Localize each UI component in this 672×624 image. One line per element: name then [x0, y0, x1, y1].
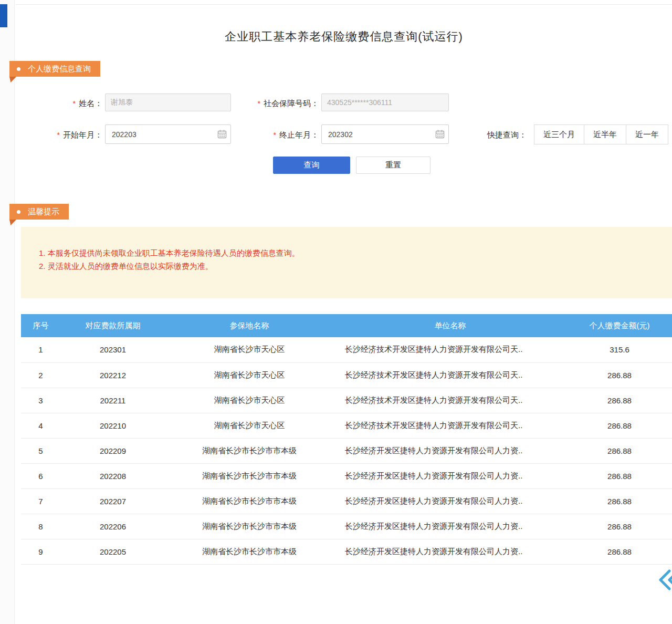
section-badge-tips-label: 温馨提示 — [28, 207, 59, 217]
header-employer: 单位名称 — [333, 314, 567, 337]
cell-region: 湖南省长沙市天心区 — [165, 413, 333, 438]
cell-employer: 长沙经济技术开发区捷特人力资源开发有限公司天.. — [333, 362, 567, 388]
calendar-icon[interactable] — [435, 129, 445, 139]
name-label: *姓名： — [42, 99, 102, 109]
header-period: 对应费款所属期 — [60, 314, 165, 337]
table-row: 1 202301 湖南省长沙市天心区 长沙经济技术开发区捷特人力资源开发有限公司… — [21, 337, 672, 362]
cell-period: 202208 — [60, 463, 165, 488]
quick-option-1-year[interactable]: 近一年 — [626, 124, 668, 144]
cell-period: 202301 — [60, 337, 165, 362]
table-row: 3 202211 湖南省长沙市天心区 长沙经济技术开发区捷特人力资源开发有限公司… — [21, 388, 672, 413]
cell-region: 湖南省长沙市长沙市市本级 — [165, 463, 333, 488]
cell-index: 4 — [21, 413, 60, 438]
required-asterisk: * — [57, 131, 60, 139]
sidebar-blue-tab — [0, 4, 7, 27]
cell-amount: 286.88 — [567, 362, 672, 388]
cell-period: 202210 — [60, 413, 165, 438]
header-amount: 个人缴费金额(元) — [567, 314, 672, 337]
cell-amount: 286.88 — [567, 514, 672, 539]
cell-amount: 286.88 — [567, 539, 672, 564]
end-month-picker — [321, 124, 449, 144]
header-region: 参保地名称 — [165, 314, 333, 337]
cell-employer: 长沙经济开发区捷特人力资源开发有限公司人力资.. — [333, 514, 567, 539]
start-month-label: *开始年月： — [37, 130, 102, 140]
cell-index: 7 — [21, 488, 60, 514]
cell-employer: 长沙经济技术开发区捷特人力资源开发有限公司天.. — [333, 388, 567, 413]
cell-index: 5 — [21, 438, 60, 463]
calendar-icon[interactable] — [217, 129, 227, 139]
cell-region: 湖南省长沙市天心区 — [165, 388, 333, 413]
cell-period: 202207 — [60, 488, 165, 514]
cell-period: 202206 — [60, 514, 165, 539]
table-body: 1 202301 湖南省长沙市天心区 长沙经济技术开发区捷特人力资源开发有限公司… — [21, 337, 672, 564]
payment-table: 序号 对应费款所属期 参保地名称 单位名称 个人缴费金额(元) 1 202301… — [21, 314, 672, 565]
cell-employer: 长沙经济开发区捷特人力资源开发有限公司人力资.. — [333, 488, 567, 514]
table-row: 8 202206 湖南省长沙市长沙市市本级 长沙经济开发区捷特人力资源开发有限公… — [21, 514, 672, 539]
cell-period: 202212 — [60, 362, 165, 388]
section-badge-tips: 温馨提示 — [9, 204, 69, 220]
section-badge-query-label: 个人缴费信息查询 — [28, 64, 91, 74]
required-asterisk: * — [258, 99, 260, 108]
cell-index: 8 — [21, 514, 60, 539]
table-header: 序号 对应费款所属期 参保地名称 单位名称 个人缴费金额(元) — [21, 314, 672, 337]
name-field — [105, 93, 231, 111]
cell-index: 6 — [21, 463, 60, 488]
reset-button[interactable]: 重置 — [356, 157, 430, 174]
cell-employer: 长沙经济技术开发区捷特人力资源开发有限公司天.. — [333, 413, 567, 438]
cell-index: 3 — [21, 388, 60, 413]
left-gutter — [0, 0, 15, 624]
cell-employer: 长沙经济开发区捷特人力资源开发有限公司人力资.. — [333, 539, 567, 564]
cell-region: 湖南省长沙市长沙市市本级 — [165, 438, 333, 463]
cell-index: 1 — [21, 337, 60, 362]
table-row: 7 202207 湖南省长沙市长沙市市本级 长沙经济开发区捷特人力资源开发有限公… — [21, 488, 672, 514]
cell-employer: 长沙经济开发区捷特人力资源开发有限公司人力资.. — [333, 463, 567, 488]
end-month-label: *终止年月： — [253, 130, 319, 140]
quick-option-3-months[interactable]: 近三个月 — [534, 124, 584, 144]
quick-option-half-year[interactable]: 近半年 — [584, 124, 626, 144]
cell-region: 湖南省长沙市长沙市市本级 — [165, 488, 333, 514]
required-asterisk: * — [274, 131, 276, 139]
section-badge-query: 个人缴费信息查询 — [9, 61, 100, 77]
collapse-double-chevron-left-icon[interactable] — [658, 568, 672, 591]
cell-period: 202205 — [60, 539, 165, 564]
page-title: 企业职工基本养老保险缴费信息查询(试运行) — [16, 29, 672, 45]
cell-amount: 286.88 — [567, 413, 672, 438]
cell-index: 9 — [21, 539, 60, 564]
badge-dot-icon — [17, 67, 20, 71]
cell-employer: 长沙经济技术开发区捷特人力资源开发有限公司天.. — [333, 337, 567, 362]
table-row: 4 202210 湖南省长沙市天心区 长沙经济技术开发区捷特人力资源开发有限公司… — [21, 413, 672, 438]
cell-region: 湖南省长沙市天心区 — [165, 337, 333, 362]
cell-amount: 286.88 — [567, 388, 672, 413]
start-month-input[interactable] — [105, 124, 231, 144]
cell-amount: 286.88 — [567, 488, 672, 514]
required-asterisk: * — [73, 99, 76, 108]
cell-region: 湖南省长沙市天心区 — [165, 362, 333, 388]
cell-amount: 286.88 — [567, 438, 672, 463]
table-row: 6 202208 湖南省长沙市长沙市市本级 长沙经济开发区捷特人力资源开发有限公… — [21, 463, 672, 488]
tip-line: 1. 本服务仅提供尚未领取企业职工基本养老保险待遇人员的缴费信息查询。 — [39, 246, 659, 259]
start-month-picker — [105, 124, 231, 144]
cell-region: 湖南省长沙市长沙市市本级 — [165, 514, 333, 539]
cell-amount: 286.88 — [567, 463, 672, 488]
badge-dot-icon — [17, 210, 20, 214]
cell-period: 202209 — [60, 438, 165, 463]
quick-query-label: 快捷查询： — [487, 130, 530, 140]
table-row: 5 202209 湖南省长沙市长沙市市本级 长沙经济开发区捷特人力资源开发有限公… — [21, 438, 672, 463]
ssn-field — [321, 93, 449, 111]
quick-query-group: 近三个月 近半年 近一年 — [534, 124, 668, 144]
header-index: 序号 — [21, 314, 60, 337]
cell-employer: 长沙经济开发区捷特人力资源开发有限公司人力资.. — [333, 438, 567, 463]
cell-index: 2 — [21, 362, 60, 388]
cell-region: 湖南省长沙市长沙市市本级 — [165, 539, 333, 564]
cell-period: 202211 — [60, 388, 165, 413]
tips-notice-box: 1. 本服务仅提供尚未领取企业职工基本养老保险待遇人员的缴费信息查询。 2. 灵… — [21, 227, 672, 298]
query-button[interactable]: 查询 — [273, 157, 350, 174]
tip-line: 2. 灵活就业人员的缴费单位信息以实际缴费为准。 — [39, 259, 659, 273]
end-month-input[interactable] — [321, 124, 449, 144]
cell-amount: 315.6 — [567, 337, 672, 362]
table-row: 2 202212 湖南省长沙市天心区 长沙经济技术开发区捷特人力资源开发有限公司… — [21, 362, 672, 388]
table-row: 9 202205 湖南省长沙市长沙市市本级 长沙经济开发区捷特人力资源开发有限公… — [21, 539, 672, 564]
ssn-label: *社会保障号码： — [236, 99, 319, 109]
